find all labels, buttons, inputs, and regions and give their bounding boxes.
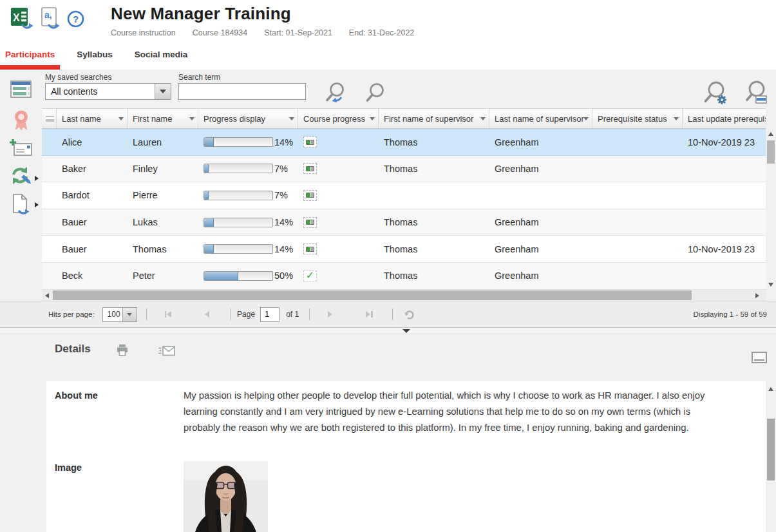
image-label: Image bbox=[55, 462, 82, 473]
details-title: Details bbox=[55, 343, 91, 356]
hits-per-page-select[interactable]: 100 bbox=[102, 307, 137, 322]
progress-percent: 7% bbox=[274, 190, 288, 200]
workspace: My saved searches All contents Search te… bbox=[0, 70, 776, 532]
scrollbar-thumb[interactable] bbox=[767, 140, 775, 164]
scroll-right-button[interactable] bbox=[752, 290, 762, 301]
table-row[interactable]: Bauer Thomas 14% Thomas Greenham 10-Nov-… bbox=[42, 236, 766, 263]
new-message-icon[interactable] bbox=[9, 138, 33, 160]
column-menu-icon[interactable] bbox=[118, 117, 124, 120]
course-progress-status-icon bbox=[303, 243, 317, 254]
progress-bar bbox=[203, 271, 273, 281]
first-page-button[interactable] bbox=[165, 311, 172, 318]
table-row[interactable]: Beck Peter 50% ✓ Thomas Greenham bbox=[42, 263, 766, 290]
cell-supervisor-last: Greenham bbox=[489, 217, 592, 227]
table-vertical-scrollbar[interactable] bbox=[766, 129, 776, 290]
refresh-icon[interactable] bbox=[403, 309, 415, 321]
tab-bar: Participants Syllabus Social media bbox=[0, 45, 776, 70]
sync-edit-submenu-arrow[interactable] bbox=[35, 176, 39, 181]
table-row[interactable]: Bardot Pierre 7% bbox=[42, 182, 766, 209]
search-icon[interactable] bbox=[364, 81, 386, 108]
column-label: Progress display bbox=[203, 114, 265, 124]
text-export-icon[interactable]: a, bbox=[39, 6, 61, 30]
send-email-icon[interactable] bbox=[158, 346, 175, 359]
previous-page-button[interactable] bbox=[205, 311, 209, 318]
splitter-collapse-icon[interactable] bbox=[402, 329, 410, 333]
tab-syllabus[interactable]: Syllabus bbox=[77, 50, 113, 59]
excel-export-icon[interactable]: X bbox=[10, 6, 33, 30]
column-menu-icon[interactable] bbox=[370, 117, 375, 120]
collapse-panel-icon[interactable] bbox=[752, 352, 767, 366]
search-term-label: Search term bbox=[178, 73, 220, 82]
cell-supervisor-first: Thomas bbox=[379, 217, 489, 227]
column-menu-icon[interactable] bbox=[674, 117, 679, 120]
search-settings-icon[interactable] bbox=[703, 80, 730, 109]
export-document-icon[interactable] bbox=[11, 194, 30, 218]
tab-participants[interactable]: Participants bbox=[5, 50, 55, 59]
column-menu-icon[interactable] bbox=[189, 117, 194, 120]
tab-social-media[interactable]: Social media bbox=[135, 50, 188, 59]
scroll-up-button[interactable] bbox=[766, 129, 776, 139]
progress-percent: 14% bbox=[274, 137, 293, 147]
details-vertical-scrollbar[interactable] bbox=[766, 381, 776, 532]
progress-bar bbox=[203, 137, 273, 147]
last-page-button[interactable] bbox=[366, 311, 373, 318]
search-profile-icon[interactable] bbox=[744, 80, 771, 109]
scroll-left-button[interactable] bbox=[42, 290, 52, 301]
cell-last-update: 10-Nov-2019 23 bbox=[683, 137, 766, 147]
saved-searches-label: My saved searches bbox=[45, 73, 111, 82]
cell-progress: 14% bbox=[198, 137, 298, 147]
certificate-icon[interactable] bbox=[12, 109, 30, 134]
header-toolbar: X a, ? bbox=[10, 6, 84, 30]
column-label: Last name bbox=[62, 114, 101, 124]
scroll-down-button[interactable] bbox=[766, 280, 776, 290]
header: X a, ? bbox=[0, 0, 776, 45]
reset-search-icon[interactable] bbox=[323, 81, 346, 108]
course-end-date: End: 31-Dec-2022 bbox=[349, 28, 414, 37]
cell-last-name: Bauer bbox=[57, 244, 128, 254]
about-me-label: About me bbox=[55, 390, 98, 401]
table-row[interactable]: Bauer Lukas 14% Thomas Greenham bbox=[42, 209, 766, 236]
sync-edit-icon[interactable] bbox=[9, 166, 32, 189]
progress-percent: 7% bbox=[274, 164, 288, 174]
help-icon[interactable]: ? bbox=[67, 10, 84, 28]
scrollbar-thumb[interactable] bbox=[767, 419, 775, 480]
cell-supervisor-first: Thomas bbox=[379, 244, 489, 254]
cell-last-name: Alice bbox=[57, 137, 128, 147]
column-handle[interactable] bbox=[42, 109, 57, 128]
column-header-last-name[interactable]: Last name bbox=[57, 109, 128, 128]
saved-searches-select[interactable]: All contents bbox=[45, 83, 171, 100]
saved-searches-dropdown-button[interactable] bbox=[155, 84, 171, 99]
saved-searches-value: All contents bbox=[46, 86, 155, 97]
hits-per-page-dropdown-button[interactable] bbox=[122, 308, 137, 321]
column-header-first-name[interactable]: First name bbox=[128, 109, 198, 128]
hits-per-page-value: 100 bbox=[103, 310, 122, 319]
page-number-input[interactable] bbox=[260, 307, 279, 322]
table-row[interactable]: Alice Lauren 14% Thomas Greenham 10-Nov-… bbox=[42, 129, 766, 156]
column-header-progress-display[interactable]: Progress display bbox=[198, 109, 298, 128]
search-term-input[interactable] bbox=[178, 83, 306, 100]
column-menu-icon[interactable] bbox=[289, 117, 294, 120]
column-label: First name bbox=[133, 114, 172, 124]
progress-bar bbox=[203, 164, 273, 173]
table-row[interactable]: Baker Finley 7% Thomas Greenham bbox=[42, 156, 766, 183]
column-header-supervisor-first-name[interactable]: First name of supervisor bbox=[379, 109, 489, 128]
column-header-supervisor-last-name[interactable]: Last name of supervisor bbox=[489, 109, 592, 128]
column-menu-icon[interactable] bbox=[480, 117, 486, 120]
scrollbar-thumb[interactable] bbox=[53, 290, 692, 300]
svg-text:a,: a, bbox=[44, 10, 52, 20]
column-header-last-update-prerequisite[interactable]: Last update prerequis bbox=[683, 109, 766, 128]
column-header-course-progress[interactable]: Course progress bbox=[298, 109, 379, 128]
scroll-up-button[interactable] bbox=[766, 384, 776, 394]
page-label: Page bbox=[237, 310, 255, 319]
column-menu-icon[interactable] bbox=[583, 117, 589, 120]
print-icon[interactable] bbox=[116, 344, 129, 359]
next-page-button[interactable] bbox=[328, 311, 332, 318]
cell-supervisor-last: Greenham bbox=[489, 137, 592, 147]
panel-splitter[interactable] bbox=[0, 328, 776, 334]
export-document-submenu-arrow[interactable] bbox=[35, 202, 39, 207]
overview-form-icon[interactable] bbox=[10, 81, 32, 101]
column-header-prerequisite-status[interactable]: Prerequisite status bbox=[592, 109, 683, 128]
column-label: Prerequisite status bbox=[598, 114, 667, 124]
progress-percent: 50% bbox=[274, 271, 293, 281]
table-horizontal-scrollbar[interactable] bbox=[42, 290, 766, 301]
